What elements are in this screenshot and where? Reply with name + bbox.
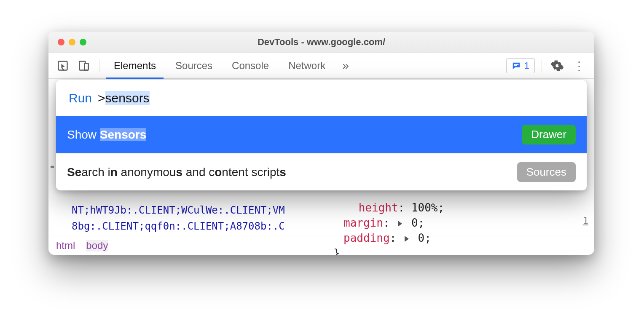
kebab-menu-icon[interactable]: ⋮ bbox=[570, 59, 588, 73]
command-result-badge: Drawer bbox=[522, 125, 576, 144]
command-result-badge: Sources bbox=[517, 162, 576, 182]
command-result-text: Show Sensors bbox=[67, 128, 146, 142]
command-input-row[interactable]: Run >sensors bbox=[56, 80, 587, 116]
command-result-row[interactable]: Search in anonymous and content scripts … bbox=[56, 154, 587, 190]
window-titlebar: DevTools - www.google.com/ bbox=[48, 32, 594, 53]
zoom-button[interactable] bbox=[80, 39, 86, 45]
css-prop: margin bbox=[343, 217, 383, 229]
breadcrumb-item[interactable]: body bbox=[86, 240, 108, 251]
css-val: 0 bbox=[411, 217, 418, 229]
command-query-text: sensors bbox=[105, 91, 150, 105]
chat-icon bbox=[512, 61, 521, 70]
tab-console[interactable]: Console bbox=[224, 53, 276, 78]
svg-rect-2 bbox=[84, 63, 88, 70]
separator bbox=[542, 59, 542, 72]
breadcrumb-item[interactable]: html bbox=[56, 240, 75, 251]
tab-elements[interactable]: Elements bbox=[106, 53, 164, 78]
more-tabs-icon[interactable]: » bbox=[337, 59, 354, 72]
devtools-window: DevTools - www.google.com/ Elements Sour… bbox=[48, 32, 594, 255]
tab-network[interactable]: Network bbox=[281, 53, 333, 78]
collapse-triangle-icon[interactable] bbox=[398, 221, 402, 227]
command-menu: Run >sensors Show Sensors Drawer Search … bbox=[56, 80, 587, 190]
devtools-toolbar: Elements Sources Console Network » 1 ⋮ bbox=[48, 53, 594, 79]
issues-count: 1 bbox=[524, 60, 529, 71]
window-title: DevTools - www.google.com/ bbox=[48, 37, 594, 48]
settings-gear-icon[interactable] bbox=[549, 57, 566, 74]
css-prop: height bbox=[359, 201, 398, 214]
tab-sources[interactable]: Sources bbox=[168, 53, 220, 78]
svg-rect-4 bbox=[514, 64, 518, 65]
command-query: >sensors bbox=[98, 91, 150, 105]
breadcrumb: html body bbox=[48, 236, 594, 255]
minimize-button[interactable] bbox=[69, 39, 75, 45]
svg-rect-5 bbox=[514, 65, 517, 66]
css-val: 100% bbox=[411, 201, 438, 214]
drag-handle-icon[interactable]: •• bbox=[50, 162, 53, 172]
command-label: Run bbox=[69, 91, 92, 105]
separator bbox=[99, 59, 99, 72]
inspect-element-icon[interactable] bbox=[54, 57, 71, 74]
command-prefix: > bbox=[98, 91, 105, 105]
traffic-lights bbox=[48, 39, 86, 45]
code-line: 8bg:.CLIENT;qqf0n:.CLIENT;A8708b:.C bbox=[72, 218, 327, 234]
command-result-row[interactable]: Show Sensors Drawer bbox=[56, 116, 587, 153]
dom-source-peek: NT;hWT9Jb:.CLIENT;WCulWe:.CLIENT;VM 8bg:… bbox=[72, 202, 327, 234]
code-line: NT;hWT9Jb:.CLIENT;WCulWe:.CLIENT;VM bbox=[72, 202, 327, 218]
close-button[interactable] bbox=[58, 39, 64, 45]
stylesheet-link[interactable]: 1 bbox=[583, 215, 588, 226]
command-result-text: Search in anonymous and content scripts bbox=[67, 166, 286, 179]
device-toolbar-icon[interactable] bbox=[75, 57, 92, 74]
issues-chip[interactable]: 1 bbox=[506, 58, 535, 73]
